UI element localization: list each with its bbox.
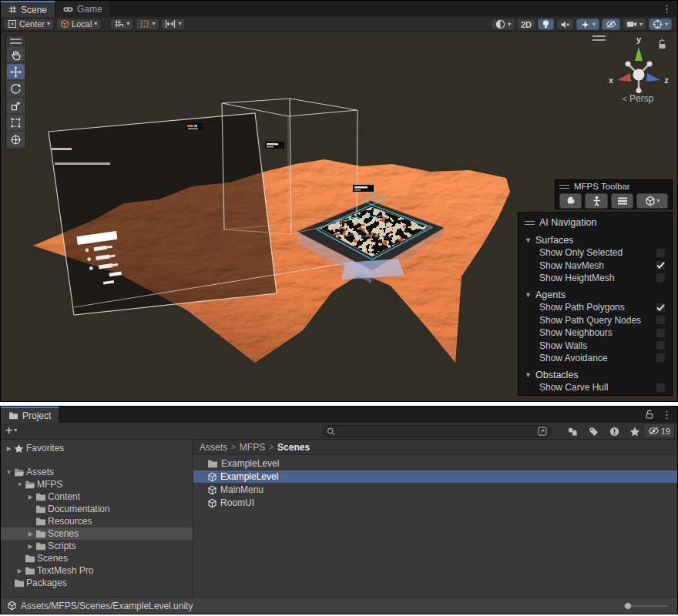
- scene-tools-overlay: [5, 35, 26, 150]
- rotate-tool-button[interactable]: [7, 81, 25, 96]
- foldout-arrow-icon[interactable]: ▼: [15, 481, 25, 488]
- tree-row[interactable]: ▼MFPS: [1, 478, 193, 490]
- zoom-slider-knob[interactable]: [625, 603, 631, 609]
- file-row[interactable]: ExampleLevel: [193, 470, 677, 483]
- gizmos-button[interactable]: ▾: [649, 18, 672, 30]
- ai-nav-option-label: Show Path Query Nodes: [539, 315, 656, 326]
- project-menu-kebab-icon[interactable]: ⋮: [660, 409, 674, 420]
- snap-increment-button[interactable]: ▾: [161, 18, 185, 30]
- file-row[interactable]: RoomUI: [193, 497, 677, 509]
- open-search-window-icon[interactable]: [538, 427, 547, 436]
- ai-nav-section-foldout[interactable]: ▼Agents: [525, 288, 666, 301]
- perspective-toggle[interactable]: <Persp: [605, 93, 671, 104]
- ai-nav-section-label: Surfaces: [535, 235, 573, 246]
- ai-navigation-panel: AI Navigation ▼SurfacesShow Only Selecte…: [518, 212, 673, 396]
- tree-row[interactable]: Resources: [1, 515, 193, 527]
- checkbox[interactable]: [656, 340, 666, 350]
- rect-tool-button[interactable]: [7, 115, 25, 130]
- scene-menu-kebab-icon[interactable]: ⋮: [660, 3, 674, 15]
- tree-row[interactable]: Packages: [1, 577, 193, 589]
- checkbox[interactable]: [656, 328, 666, 338]
- folder-icon: [35, 541, 48, 551]
- grid-snapping-button[interactable]: ▾: [136, 18, 159, 30]
- tab-game-label: Game: [77, 4, 102, 15]
- gizmo-center-cube[interactable]: [633, 69, 645, 81]
- ai-nav-section-foldout[interactable]: ▼Surfaces: [525, 233, 666, 246]
- project-content: ▶Favorites▼Assets▼MFPS▶ContentDocumentat…: [1, 440, 677, 597]
- search-input[interactable]: [335, 426, 538, 437]
- checkbox[interactable]: [656, 273, 666, 283]
- unlock-icon[interactable]: [646, 408, 653, 422]
- tab-game[interactable]: Game: [55, 1, 111, 17]
- shading-mode-button[interactable]: ▾: [492, 18, 515, 30]
- scale-tool-button[interactable]: [7, 98, 25, 113]
- scene-camera-button[interactable]: ▾: [623, 18, 646, 30]
- breadcrumb-item[interactable]: MFPS: [240, 442, 265, 453]
- checkbox[interactable]: [656, 248, 666, 258]
- breadcrumb-item[interactable]: Scenes: [277, 442, 310, 453]
- tree-row[interactable]: ▶Scenes: [1, 527, 193, 540]
- mfps-player-button[interactable]: [585, 193, 607, 209]
- tree-row[interactable]: ▶Scripts: [1, 540, 193, 552]
- tree-row[interactable]: ▶Content: [1, 490, 193, 503]
- folder-icon: [25, 554, 37, 563]
- search-field[interactable]: [323, 425, 551, 437]
- tool-handle-position-button[interactable]: Center ▾: [4, 18, 54, 30]
- tree-row[interactable]: ▼Assets: [1, 466, 193, 478]
- tab-scene[interactable]: Scene: [1, 1, 55, 17]
- file-row[interactable]: MainMenu: [193, 484, 677, 496]
- scene-viewport[interactable]: y x z <Persp MFPS Toolbar: [1, 32, 677, 401]
- tree-row[interactable]: Scenes: [1, 552, 193, 564]
- foldout-arrow-icon[interactable]: ▶: [25, 531, 35, 537]
- scene-lighting-button[interactable]: [538, 18, 554, 30]
- foldout-arrow-icon[interactable]: ▶: [4, 445, 14, 452]
- checkbox[interactable]: [656, 383, 666, 393]
- 2d-mode-button[interactable]: 2D: [517, 18, 535, 30]
- mfps-menu-button[interactable]: [611, 193, 633, 209]
- mfps-unity-button[interactable]: ▾: [636, 193, 668, 209]
- ai-nav-section-foldout[interactable]: ▼Obstacles: [525, 368, 666, 381]
- ai-nav-option-label: Show Neighbours: [539, 327, 656, 338]
- chevron-down-icon: ▾: [639, 22, 643, 28]
- folder-icon: [8, 411, 18, 420]
- tab-project[interactable]: Project: [1, 407, 59, 423]
- ainav-drag-handle[interactable]: [525, 221, 535, 225]
- favorites-filter-button[interactable]: [626, 424, 644, 438]
- checkbox[interactable]: [656, 353, 666, 363]
- gizmo-y-axis[interactable]: y: [635, 35, 643, 61]
- ai-nav-option-label: Show NavMesh: [539, 260, 656, 271]
- gizmo-z-label: z: [664, 75, 669, 85]
- search-by-label-button[interactable]: [584, 424, 602, 438]
- scene-audio-button[interactable]: [556, 18, 574, 30]
- create-asset-button[interactable]: +▾: [5, 424, 17, 437]
- hidden-objects-count-button[interactable]: 19: [643, 424, 675, 438]
- tree-row[interactable]: ▶TextMesh Pro: [1, 564, 193, 577]
- file-row[interactable]: ExampleLevel: [193, 457, 677, 470]
- scene-window: Scene Game ⋮ Center ▾ Local ▾ ▾: [0, 0, 678, 402]
- alert-filter-button[interactable]: [605, 424, 623, 438]
- gizmo-z-axis[interactable]: z: [646, 73, 669, 85]
- checkbox[interactable]: [656, 303, 666, 313]
- foldout-arrow-icon[interactable]: ▶: [25, 543, 35, 550]
- view-hand-tool-button[interactable]: [7, 47, 25, 62]
- foldout-arrow-icon[interactable]: ▼: [4, 469, 14, 476]
- breadcrumb-item[interactable]: Assets: [200, 442, 227, 453]
- foldout-arrow-icon[interactable]: ▶: [25, 494, 35, 500]
- move-tool-button[interactable]: [7, 64, 25, 79]
- mfps-bot-button[interactable]: [559, 193, 582, 209]
- thumbnail-zoom-slider[interactable]: [623, 605, 668, 607]
- tree-row[interactable]: Documentation: [1, 503, 193, 515]
- search-by-type-button[interactable]: [563, 424, 582, 438]
- tool-handle-rotation-button[interactable]: Local ▾: [56, 18, 101, 30]
- gizmo-x-axis[interactable]: x: [609, 73, 631, 85]
- foldout-arrow-icon[interactable]: ▶: [15, 567, 25, 574]
- checkbox[interactable]: [656, 260, 666, 270]
- tools-drag-handle[interactable]: [10, 38, 22, 44]
- scene-effects-button[interactable]: ▾: [576, 18, 599, 30]
- checkbox[interactable]: [656, 315, 666, 325]
- scene-visibility-button[interactable]: [602, 18, 620, 30]
- transform-tool-button[interactable]: [7, 132, 25, 147]
- grid-visibility-button[interactable]: ▾: [110, 18, 133, 30]
- tree-row[interactable]: ▶Favorites: [1, 442, 193, 454]
- mfps-drag-handle[interactable]: [559, 185, 569, 189]
